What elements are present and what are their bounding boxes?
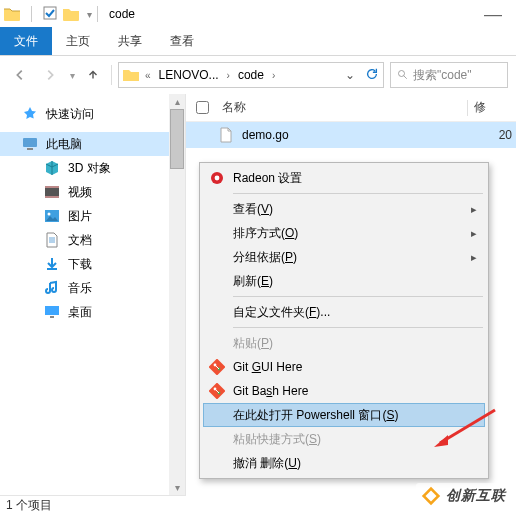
file-date: 20 xyxy=(499,128,516,142)
cm-label: 刷新(E) xyxy=(233,273,273,290)
sidebar: 快速访问 此电脑 3D 对象 视频 图片 文档 下载 音乐 xyxy=(0,94,186,495)
app-folder-icon xyxy=(4,7,20,21)
qat-dropdown-icon[interactable]: ▾ xyxy=(87,9,92,20)
svg-point-1 xyxy=(399,71,405,77)
tab-file[interactable]: 文件 xyxy=(0,27,52,55)
cm-undo-delete[interactable]: 撤消 删除(U) xyxy=(203,451,485,475)
breadcrumb-overflow[interactable]: « xyxy=(143,70,153,81)
music-icon xyxy=(44,280,60,296)
chevron-right-icon: ▸ xyxy=(471,227,477,240)
qat-separator xyxy=(31,6,32,22)
cm-radeon[interactable]: Radeon 设置 xyxy=(203,166,485,190)
sidebar-item-downloads[interactable]: 下载 xyxy=(0,252,185,276)
qat: ▾ xyxy=(4,6,92,23)
svg-rect-0 xyxy=(44,7,56,19)
titlebar-separator xyxy=(97,6,98,22)
history-dropdown-icon[interactable]: ▾ xyxy=(70,70,75,81)
git-icon xyxy=(209,359,225,375)
sidebar-item-documents[interactable]: 文档 xyxy=(0,228,185,252)
cm-view[interactable]: 查看(V) ▸ xyxy=(203,197,485,221)
cm-git-gui[interactable]: Git GUI Here xyxy=(203,355,485,379)
watermark-logo-icon xyxy=(420,485,442,507)
minimize-button[interactable]: — xyxy=(484,4,512,25)
breadcrumb-dropdown-icon[interactable]: ⌄ xyxy=(341,68,359,82)
git-icon xyxy=(209,383,225,399)
sidebar-label: 下载 xyxy=(68,256,92,273)
breadcrumb-seg-2[interactable]: code xyxy=(234,66,268,84)
watermark: 创新互联 xyxy=(416,483,510,509)
desktop-icon xyxy=(44,304,60,320)
ribbon-tabs: 文件 主页 共享 查看 xyxy=(0,28,516,56)
cm-label: Git GUI Here xyxy=(233,360,302,374)
chevron-right-icon: ▸ xyxy=(471,251,477,264)
document-icon xyxy=(44,232,60,248)
sidebar-item-3dobjects[interactable]: 3D 对象 xyxy=(0,156,185,180)
cm-label: 分组依据(P) xyxy=(233,249,297,266)
svg-rect-4 xyxy=(45,187,59,197)
cm-sort[interactable]: 排序方式(O) ▸ xyxy=(203,221,485,245)
cm-label: 自定义文件夹(F)... xyxy=(233,304,330,321)
sidebar-item-music[interactable]: 音乐 xyxy=(0,276,185,300)
back-button[interactable] xyxy=(8,63,32,87)
item-count: 1 个项目 xyxy=(6,497,52,514)
sidebar-label: 音乐 xyxy=(68,280,92,297)
pc-icon xyxy=(22,136,38,152)
svg-rect-2 xyxy=(23,138,37,147)
cm-separator xyxy=(233,296,483,297)
scroll-up-icon[interactable]: ▴ xyxy=(175,96,180,107)
cm-label: 排序方式(O) xyxy=(233,225,298,242)
chevron-right-icon[interactable]: › xyxy=(225,70,232,81)
watermark-text: 创新互联 xyxy=(446,487,506,505)
cm-refresh[interactable]: 刷新(E) xyxy=(203,269,485,293)
download-icon xyxy=(44,256,60,272)
breadcrumb-seg-1[interactable]: LENOVO... xyxy=(155,66,223,84)
sidebar-label: 文档 xyxy=(68,232,92,249)
chevron-right-icon[interactable]: › xyxy=(270,70,277,81)
cm-separator xyxy=(233,193,483,194)
svg-rect-7 xyxy=(45,306,59,315)
video-icon xyxy=(44,184,60,200)
cm-powershell[interactable]: 在此处打开 Powershell 窗口(S) xyxy=(203,403,485,427)
titlebar: ▾ code — xyxy=(0,0,516,28)
sidebar-scrollbar[interactable]: ▴ ▾ xyxy=(169,94,185,495)
column-modified[interactable]: 修 xyxy=(474,99,516,116)
cm-label: 粘贴快捷方式(S) xyxy=(233,431,321,448)
scroll-down-icon[interactable]: ▾ xyxy=(175,482,180,493)
cm-group[interactable]: 分组依据(P) ▸ xyxy=(203,245,485,269)
sidebar-label: 桌面 xyxy=(68,304,92,321)
sidebar-item-videos[interactable]: 视频 xyxy=(0,180,185,204)
up-button[interactable] xyxy=(81,63,105,87)
sidebar-item-pictures[interactable]: 图片 xyxy=(0,204,185,228)
sidebar-label: 3D 对象 xyxy=(68,160,111,177)
cm-customize[interactable]: 自定义文件夹(F)... xyxy=(203,300,485,324)
picture-icon xyxy=(44,208,60,224)
file-name: demo.go xyxy=(242,128,289,142)
cm-label: Git Bash Here xyxy=(233,384,308,398)
star-icon xyxy=(22,106,38,122)
tab-view[interactable]: 查看 xyxy=(156,27,208,55)
sidebar-item-thispc[interactable]: 此电脑 xyxy=(0,132,185,156)
sidebar-item-quickaccess[interactable]: 快速访问 xyxy=(0,102,185,126)
forward-button[interactable] xyxy=(38,63,62,87)
tab-share[interactable]: 共享 xyxy=(104,27,156,55)
scroll-thumb[interactable] xyxy=(170,109,184,169)
qat-folder-icon[interactable] xyxy=(63,7,79,21)
column-name[interactable]: 名称 xyxy=(218,99,461,116)
qat-checkbox-icon[interactable] xyxy=(43,6,57,23)
search-icon xyxy=(397,69,409,81)
cm-label: 查看(V) xyxy=(233,201,273,218)
search-input[interactable]: 搜索"code" xyxy=(390,62,508,88)
cm-label: 粘贴(P) xyxy=(233,335,273,352)
tab-home[interactable]: 主页 xyxy=(52,27,104,55)
file-row[interactable]: demo.go 20 xyxy=(186,122,516,148)
breadcrumb[interactable]: « LENOVO... › code › ⌄ xyxy=(118,62,384,88)
cm-git-bash[interactable]: Git Bash Here xyxy=(203,379,485,403)
file-icon xyxy=(218,127,234,143)
select-all-checkbox[interactable] xyxy=(196,99,218,117)
search-placeholder: 搜索"code" xyxy=(413,67,472,84)
refresh-icon[interactable] xyxy=(365,67,379,84)
sidebar-item-desktop[interactable]: 桌面 xyxy=(0,300,185,324)
radeon-icon xyxy=(209,170,225,186)
nav-separator xyxy=(111,65,112,85)
column-separator[interactable] xyxy=(467,100,468,116)
